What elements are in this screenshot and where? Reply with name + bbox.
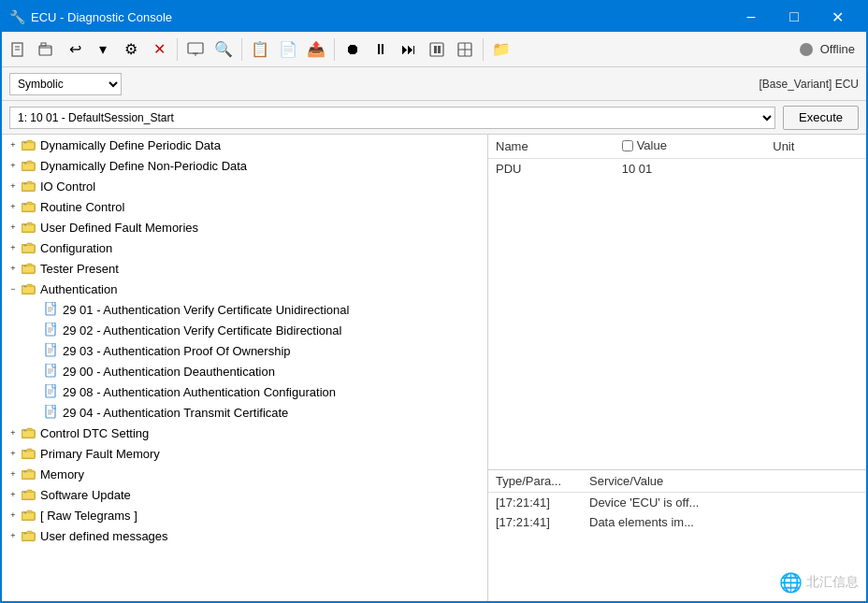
expand-icon: +	[6, 467, 21, 481]
tree-item-auth-29-04[interactable]: 29 04 - Authentication Transmit Certific…	[2, 402, 487, 423]
symbolic-select[interactable]: Symbolic	[9, 73, 122, 95]
toolbar: ↩ ▾ ⚙ ✕ 🔍 📋 📄 📤 ⏺ ⏸ ⏭ 📁 Offline	[2, 32, 866, 67]
toolbar-btn-undo[interactable]: ↩	[62, 36, 88, 63]
tree-item-auth-29-03[interactable]: 29 03 - Authentication Proof Of Ownershi…	[2, 340, 487, 361]
tree-item-software-update[interactable]: + Software Update	[2, 484, 487, 505]
table-row: PDU10 01	[488, 158, 866, 179]
toolbar-btn-record[interactable]: ⏺	[340, 36, 366, 63]
toolbar-btn-monitor[interactable]	[182, 36, 209, 63]
command-bar: 1: 10 01 - DefaultSession_Start Execute	[2, 101, 866, 135]
tree-item-memory[interactable]: + Memory	[2, 464, 487, 484]
svg-rect-10	[438, 46, 441, 53]
tree-item-io-control[interactable]: + IO Control	[2, 176, 487, 196]
tree-item-tester-present[interactable]: + Tester Present	[2, 258, 487, 279]
tree-item-user-defined-messages[interactable]: + User defined messages	[2, 525, 487, 546]
toolbar-btn-new[interactable]	[6, 36, 32, 63]
command-select[interactable]: 1: 10 01 - DefaultSession_Start	[9, 107, 775, 129]
folder-icon	[21, 445, 37, 462]
folder-icon	[21, 219, 37, 236]
title-bar: 🔧 ECU - Diagnostic Console – □ ✕	[2, 2, 866, 32]
svg-rect-9	[434, 46, 437, 53]
cell-unit	[765, 158, 866, 179]
separator-1	[177, 38, 178, 61]
expand-icon: +	[6, 425, 21, 440]
toolbar-btn-dropdown1[interactable]: ▾	[90, 36, 116, 63]
toolbar-btn-export[interactable]: 📤	[303, 36, 329, 63]
expand-icon: +	[6, 446, 21, 461]
separator-2	[241, 38, 242, 61]
right-top-panel: Name Value Unit PDU10 01	[488, 135, 866, 470]
maximize-button[interactable]: □	[773, 2, 816, 32]
tree-item-dynamically-periodic[interactable]: + Dynamically Define Periodic Data	[2, 135, 487, 155]
toolbar-status: Offline	[800, 42, 862, 56]
tree-item-auth-29-00[interactable]: 29 00 - Authentication Deauthentication	[2, 361, 487, 381]
folder-icon	[21, 424, 37, 441]
status-label: Offline	[820, 42, 855, 56]
svg-rect-19	[24, 163, 26, 165]
close-button[interactable]: ✕	[816, 2, 859, 32]
tree-item-label: Dynamically Define Periodic Data	[40, 138, 221, 152]
toolbar-btn-settings[interactable]: ⚙	[118, 36, 144, 63]
right-bottom-panel: Type/Para... Service/Value [17:21:41]Dev…	[488, 470, 866, 601]
tree-item-routine-control[interactable]: + Routine Control	[2, 196, 487, 217]
tree-item-raw-telegrams[interactable]: + [ Raw Telegrams ]	[2, 505, 487, 525]
cell-value: 10 01	[615, 158, 766, 179]
expand-icon: +	[6, 528, 21, 543]
svg-rect-38	[46, 302, 55, 315]
log-cell-type: [17:21:41]	[488, 493, 582, 513]
svg-rect-75	[22, 513, 35, 520]
folder-icon	[21, 178, 37, 194]
toolbar-btn-paste[interactable]: 📄	[275, 36, 301, 63]
tree-item-label: 29 00 - Authentication Deauthentication	[63, 365, 275, 379]
folder-icon	[21, 198, 37, 215]
toolbar-btn-folder[interactable]: 📁	[488, 36, 514, 63]
tree-item-label: User Defined Fault Memories	[40, 221, 198, 235]
doc-icon	[43, 301, 60, 318]
execute-button[interactable]: Execute	[783, 106, 859, 130]
expand-icon: +	[6, 199, 21, 214]
svg-rect-66	[22, 452, 35, 458]
tree-item-control-dtc[interactable]: + Control DTC Setting	[2, 423, 487, 443]
tree-item-authentication[interactable]: − Authentication	[2, 279, 487, 299]
doc-icon	[43, 363, 60, 380]
tree-item-auth-29-08[interactable]: 29 08 - Authentication Authentication Co…	[2, 381, 487, 402]
tree-item-auth-29-02[interactable]: 29 02 - Authentication Verify Certificat…	[2, 320, 487, 340]
toolbar-btn-stop[interactable]	[452, 36, 478, 63]
tree-item-label: Dynamically Define Non-Periodic Data	[40, 159, 247, 173]
col-header-unit: Unit	[765, 135, 866, 158]
tree-item-user-defined-fault[interactable]: + User Defined Fault Memories	[2, 217, 487, 237]
toolbar-btn-search[interactable]: 🔍	[210, 36, 237, 63]
folder-icon	[21, 136, 37, 153]
toolbar-btn-open[interactable]	[34, 36, 60, 63]
svg-rect-28	[24, 224, 26, 226]
folder-icon	[21, 527, 37, 544]
toolbar-btn-copy[interactable]: 📋	[247, 36, 273, 63]
folder-icon	[21, 507, 37, 524]
expand-icon: +	[6, 508, 21, 523]
svg-rect-63	[22, 431, 35, 438]
toolbar-btn-step[interactable]: ⏭	[396, 36, 422, 63]
expand-icon: +	[6, 261, 21, 276]
minimize-button[interactable]: –	[730, 2, 773, 32]
svg-rect-16	[24, 142, 26, 144]
main-content: + Dynamically Define Periodic Data+ Dyna…	[2, 135, 866, 601]
value-checkbox[interactable]	[622, 140, 633, 151]
tree-item-label: Authentication	[40, 282, 117, 296]
tree-item-dynamically-non-periodic[interactable]: + Dynamically Define Non-Periodic Data	[2, 155, 487, 176]
toolbar-btn-pause[interactable]: ⏸	[368, 36, 394, 63]
app-icon: 🔧	[9, 9, 25, 24]
tree-item-label: Memory	[40, 467, 84, 481]
doc-icon	[43, 322, 60, 338]
tree-item-auth-29-01[interactable]: 29 01 - Authentication Verify Certificat…	[2, 299, 487, 320]
toolbar-btn-play[interactable]	[424, 36, 450, 63]
tree-item-configuration[interactable]: + Configuration	[2, 237, 487, 258]
expand-icon: +	[6, 240, 21, 255]
svg-rect-34	[24, 266, 26, 267]
title-bar-left: 🔧 ECU - Diagnostic Console	[9, 9, 172, 24]
toolbar-btn-close[interactable]: ✕	[146, 36, 172, 63]
tree-item-primary-fault[interactable]: + Primary Fault Memory	[2, 443, 487, 464]
tree-container[interactable]: + Dynamically Define Periodic Data+ Dyna…	[2, 135, 487, 601]
values-table: Name Value Unit PDU10 01	[488, 135, 866, 179]
svg-rect-21	[22, 184, 35, 191]
tree-item-label: Tester Present	[40, 262, 119, 276]
